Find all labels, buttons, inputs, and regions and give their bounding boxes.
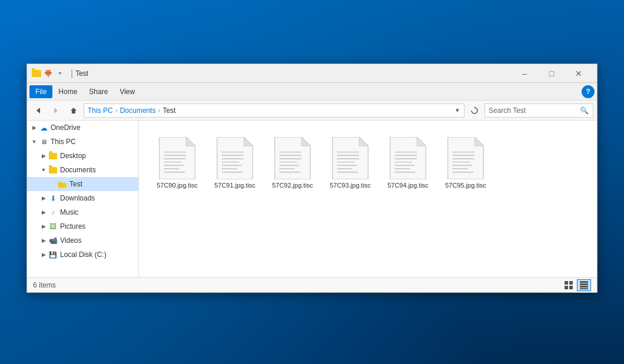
svg-rect-52 bbox=[394, 165, 414, 166]
refresh-button[interactable] bbox=[467, 103, 482, 118]
svg-rect-53 bbox=[394, 168, 410, 169]
svg-marker-3 bbox=[58, 72, 62, 75]
title-separator: | bbox=[71, 68, 73, 79]
up-button[interactable] bbox=[66, 103, 81, 118]
view-buttons bbox=[562, 279, 591, 291]
breadcrumb-chevron: ▼ bbox=[454, 107, 460, 113]
grid-view-button[interactable] bbox=[562, 279, 576, 291]
breadcrumb[interactable]: This PC › Documents › Test ▼ bbox=[84, 103, 464, 118]
sidebar-label-onedrive: OneDrive bbox=[51, 123, 81, 132]
close-button[interactable]: ✕ bbox=[565, 64, 592, 83]
thispc-icon: 🖥 bbox=[39, 137, 48, 146]
back-button[interactable] bbox=[31, 103, 46, 118]
onedrive-icon: ☁ bbox=[39, 123, 48, 132]
file-item[interactable]: 57C94.jpg.tisc bbox=[381, 132, 434, 193]
file-icon bbox=[331, 137, 369, 179]
title-pin-icon bbox=[44, 69, 53, 78]
file-item[interactable]: 57C92.jpg.tisc bbox=[266, 132, 319, 193]
sidebar-item-desktop[interactable]: ▶ Desktop bbox=[27, 149, 138, 163]
pictures-icon: 🖼 bbox=[48, 222, 58, 231]
list-view-button[interactable] bbox=[577, 279, 591, 291]
tree-toggle-pictures[interactable]: ▶ bbox=[39, 222, 48, 231]
svg-marker-47 bbox=[417, 137, 426, 146]
sidebar-item-documents[interactable]: ▼ Documents bbox=[27, 163, 138, 177]
svg-rect-22 bbox=[221, 155, 244, 156]
menu-share[interactable]: Share bbox=[83, 85, 114, 98]
documents-icon bbox=[48, 165, 58, 175]
menu-view[interactable]: View bbox=[114, 85, 141, 98]
svg-rect-49 bbox=[394, 155, 417, 156]
sidebar-label-pictures: Pictures bbox=[60, 222, 85, 231]
forward-button[interactable] bbox=[48, 103, 64, 118]
file-icon bbox=[389, 137, 427, 179]
tree-toggle-localdisk[interactable]: ▶ bbox=[39, 250, 48, 259]
sidebar-item-test[interactable]: ▶ Test bbox=[27, 177, 138, 191]
svg-rect-69 bbox=[580, 283, 588, 285]
address-bar: This PC › Documents › Test ▼ 🔍 bbox=[27, 101, 597, 121]
svg-rect-32 bbox=[279, 158, 301, 159]
svg-rect-60 bbox=[452, 162, 470, 163]
svg-rect-14 bbox=[164, 158, 186, 159]
svg-rect-63 bbox=[452, 172, 473, 173]
file-icon bbox=[216, 137, 254, 179]
svg-rect-57 bbox=[452, 152, 474, 153]
file-item[interactable]: 57C95.jpg.tisc bbox=[439, 132, 492, 193]
music-icon: ♪ bbox=[48, 208, 58, 217]
search-input[interactable] bbox=[489, 106, 579, 115]
minimize-button[interactable]: – bbox=[511, 64, 538, 83]
tree-toggle-music[interactable]: ▶ bbox=[39, 208, 48, 217]
tree-toggle-desktop[interactable]: ▶ bbox=[39, 151, 48, 161]
help-button[interactable]: ? bbox=[582, 85, 595, 98]
svg-rect-9 bbox=[58, 182, 62, 184]
svg-marker-7 bbox=[474, 106, 476, 108]
sidebar-item-videos[interactable]: ▶ 📹 Videos bbox=[27, 233, 138, 248]
sidebar-item-onedrive[interactable]: ▶ ☁ OneDrive bbox=[27, 121, 138, 135]
svg-rect-18 bbox=[164, 172, 185, 173]
svg-rect-31 bbox=[279, 155, 301, 156]
svg-rect-62 bbox=[452, 168, 468, 169]
svg-rect-50 bbox=[394, 158, 417, 159]
menu-home[interactable]: Home bbox=[52, 85, 83, 98]
svg-rect-70 bbox=[580, 286, 588, 288]
tree-toggle-thispc[interactable]: ▼ bbox=[29, 137, 39, 146]
file-icon bbox=[274, 137, 311, 179]
svg-rect-44 bbox=[337, 168, 353, 169]
maximize-button[interactable]: □ bbox=[538, 64, 565, 83]
breadcrumb-documents[interactable]: Documents bbox=[120, 106, 156, 115]
svg-rect-45 bbox=[337, 172, 358, 173]
menu-file[interactable]: File bbox=[29, 85, 52, 98]
svg-marker-11 bbox=[186, 137, 195, 146]
tree-toggle-onedrive[interactable]: ▶ bbox=[29, 123, 39, 132]
file-explorer-window: | Test – □ ✕ File Home Share View ? This… bbox=[26, 64, 598, 293]
search-box[interactable]: 🔍 bbox=[484, 103, 593, 118]
svg-rect-36 bbox=[279, 172, 300, 173]
file-icon bbox=[158, 137, 196, 179]
sidebar-item-music[interactable]: ▶ ♪ Music bbox=[27, 205, 138, 219]
tree-toggle-documents[interactable]: ▼ bbox=[39, 165, 48, 175]
svg-rect-48 bbox=[394, 152, 417, 153]
sidebar-label-documents: Documents bbox=[60, 166, 96, 174]
file-item[interactable]: 57C90.jpg.tisc bbox=[151, 132, 204, 193]
sidebar-label-thispc: This PC bbox=[51, 138, 76, 146]
sidebar-item-pictures[interactable]: ▶ 🖼 Pictures bbox=[27, 219, 138, 233]
svg-marker-20 bbox=[244, 137, 253, 146]
sidebar-label-videos: Videos bbox=[60, 236, 81, 245]
file-item[interactable]: 57C93.jpg.tisc bbox=[324, 132, 377, 193]
svg-rect-15 bbox=[164, 162, 181, 163]
sidebar-item-localdisk[interactable]: ▶ 💾 Local Disk (C:) bbox=[27, 248, 138, 262]
svg-rect-40 bbox=[337, 155, 359, 156]
items-count: 6 items bbox=[33, 281, 56, 289]
breadcrumb-thispc[interactable]: This PC bbox=[88, 106, 113, 115]
tree-toggle-downloads[interactable]: ▶ bbox=[39, 193, 48, 203]
sidebar-item-downloads[interactable]: ▶ ⬇ Downloads bbox=[27, 191, 138, 205]
sidebar-item-thispc[interactable]: ▼ 🖥 This PC bbox=[27, 135, 138, 149]
tree-toggle-videos[interactable]: ▶ bbox=[39, 236, 48, 245]
svg-rect-34 bbox=[279, 165, 299, 166]
search-icon[interactable]: 🔍 bbox=[579, 105, 589, 116]
svg-rect-16 bbox=[164, 165, 184, 166]
svg-rect-17 bbox=[164, 168, 180, 169]
svg-rect-33 bbox=[279, 162, 297, 163]
title-dropdown-icon bbox=[55, 69, 65, 78]
breadcrumb-test[interactable]: Test bbox=[162, 106, 175, 115]
file-item[interactable]: 57C91.jpg.tisc bbox=[208, 132, 261, 193]
